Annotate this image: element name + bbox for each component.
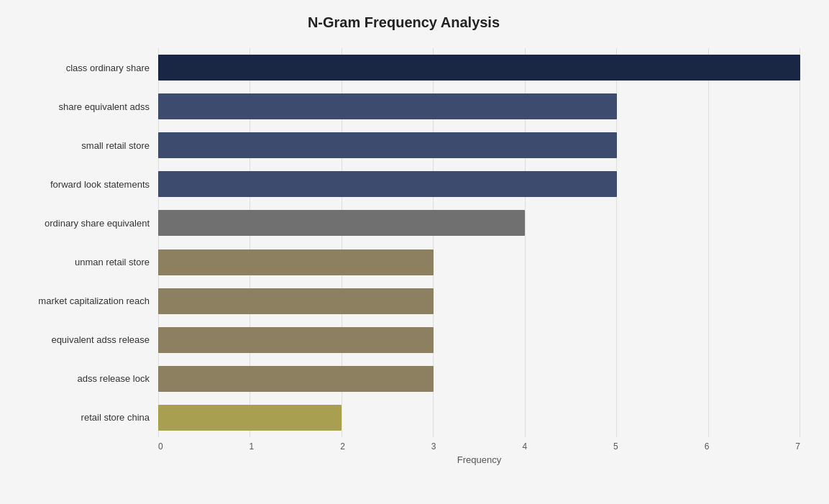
bar-fill [158,327,434,353]
bar-track [158,93,800,119]
bar-fill [158,93,617,119]
chart-container: N-Gram Frequency Analysis class ordinary… [0,0,829,504]
bar-label: class ordinary share [7,63,158,73]
bar-row: forward look statements [7,166,800,202]
x-tick: 1 [249,441,255,452]
bar-label: market capitalization reach [7,295,158,306]
bar-track [158,171,800,197]
x-axis-label: Frequency [158,454,800,465]
bar-fill [158,249,434,275]
bar-track [158,288,800,314]
bar-row: share equivalent adss [7,88,800,124]
x-axis-ticks: 01234567 [158,441,800,452]
x-tick: 2 [340,441,345,452]
bar-label: forward look statements [7,179,158,190]
x-tick: 4 [522,441,527,452]
x-axis: 01234567 [158,441,800,452]
bar-label: retail store china [7,412,158,423]
bar-row: class ordinary share [7,50,800,86]
bar-track [158,327,800,353]
bar-track [158,132,800,158]
bar-track [158,55,800,81]
chart-title: N-Gram Frequency Analysis [7,14,800,31]
bar-fill [158,171,617,197]
x-tick: 0 [158,441,163,452]
bar-row: equivalent adss release [7,322,800,358]
bar-label: adss release lock [7,373,158,384]
bar-fill [158,55,800,81]
bar-fill [158,132,617,158]
bar-track [158,366,800,392]
bar-row: small retail store [7,127,800,163]
bar-track [158,249,800,275]
bar-row: market capitalization reach [7,283,800,319]
bar-track [158,405,800,431]
x-tick: 7 [795,441,800,452]
bar-track [158,210,800,236]
bars-container: class ordinary shareshare equivalent ads… [7,48,800,437]
bar-fill [158,405,342,431]
bar-fill [158,366,434,392]
x-tick: 3 [431,441,436,452]
bar-label: unman retail store [7,257,158,267]
bar-label: equivalent adss release [7,334,158,345]
bar-fill [158,210,525,236]
bar-row: adss release lock [7,361,800,397]
chart-area: class ordinary shareshare equivalent ads… [7,48,800,437]
bar-label: ordinary share equivalent [7,218,158,229]
bar-label: share equivalent adss [7,101,158,112]
bar-row: ordinary share equivalent [7,205,800,241]
bar-row: unman retail store [7,244,800,280]
bar-row: retail store china [7,400,800,436]
bar-fill [158,288,434,314]
bar-label: small retail store [7,140,158,151]
x-tick: 5 [613,441,618,452]
x-tick: 6 [705,441,710,452]
